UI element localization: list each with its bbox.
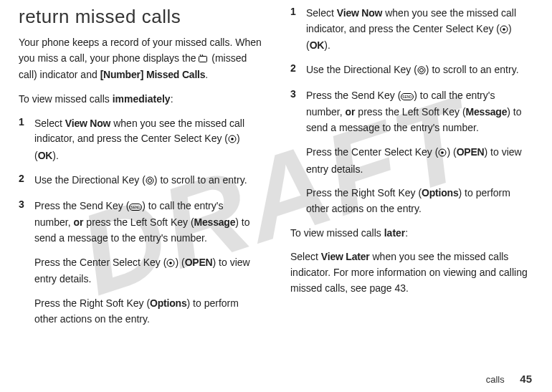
- options-label: Options: [422, 187, 458, 199]
- svg-point-11: [418, 67, 425, 74]
- t: Select: [290, 251, 321, 262]
- footer-section: calls: [486, 374, 505, 385]
- svg-text:SEND: SEND: [130, 205, 141, 209]
- page-number: 45: [520, 373, 532, 385]
- t: ) to scroll to an entry.: [426, 64, 519, 75]
- svg-rect-0: [199, 56, 207, 62]
- options-detail: Press the Right Soft Key (Options) to pe…: [306, 186, 533, 216]
- open-detail: Press the Center Select Key () (OPEN) to…: [34, 255, 262, 287]
- step-body: Press the Send Key (SEND) to call the en…: [34, 199, 262, 247]
- view-now-label: View Now: [337, 7, 383, 19]
- step-body: Use the Directional Key () to scroll to …: [306, 62, 519, 80]
- step-body: Press the Send Key (SEND) to call the en…: [306, 88, 533, 136]
- svg-text:SEND: SEND: [402, 95, 412, 99]
- t: ) to scroll to an entry.: [154, 174, 247, 186]
- send-key-icon: SEND: [401, 90, 414, 105]
- svg-point-8: [170, 262, 173, 264]
- t: ) (: [447, 146, 456, 158]
- step-3: 3 Press the Send Key (SEND) to call the …: [290, 88, 533, 136]
- view-immediately-suffix: :: [171, 93, 173, 105]
- ok-label: OK: [38, 150, 53, 161]
- step-2: 2 Use the Directional Key () to scroll t…: [290, 62, 533, 80]
- page-title: return missed calls: [19, 6, 262, 28]
- later-bold: later: [384, 227, 406, 239]
- left-column: return missed calls Your phone keeps a r…: [19, 6, 276, 365]
- step-number: 3: [290, 88, 306, 136]
- view-later-line: To view missed calls later:: [290, 226, 533, 242]
- step-number: 2: [19, 173, 34, 190]
- intro-bold-label: [Number] Missed Calls: [100, 69, 206, 80]
- view-later-label: View Later: [321, 251, 370, 262]
- t: Use the Directional Key (: [306, 64, 417, 75]
- open-label: OPEN: [185, 257, 213, 268]
- view-immediately-bold: immediately: [113, 93, 171, 105]
- step-1: 1 Select View Now when you see the misse…: [290, 6, 533, 54]
- t: Press the Send Key (: [306, 90, 401, 101]
- svg-point-4: [148, 178, 151, 182]
- t: Press the Right Soft Key (: [306, 187, 422, 199]
- intro-paragraph: Your phone keeps a record of your missed…: [19, 35, 262, 83]
- step-body: Select View Now when you see the missed …: [306, 6, 533, 54]
- message-label: Message: [466, 106, 508, 118]
- later-prefix: To view missed calls: [290, 227, 384, 239]
- step-1: 1 Select View Now when you see the misse…: [19, 116, 262, 164]
- svg-point-10: [503, 28, 505, 31]
- intro-text-3: .: [205, 69, 208, 80]
- open-label: OPEN: [457, 146, 485, 158]
- or-label: or: [73, 216, 83, 228]
- center-select-icon: [228, 133, 237, 148]
- step-3: 3 Press the Send Key (SEND) to call the …: [19, 199, 262, 247]
- view-later-body: Select View Later when you see the misse…: [290, 249, 533, 296]
- t: Press the Center Select Key (: [34, 257, 166, 268]
- view-now-label: View Now: [65, 118, 111, 129]
- step-2: 2 Use the Directional Key () to scroll t…: [19, 173, 262, 190]
- center-select-icon: [166, 257, 175, 272]
- right-column: 1 Select View Now when you see the misse…: [276, 6, 533, 365]
- or-label: or: [345, 106, 355, 118]
- svg-point-2: [231, 138, 234, 141]
- view-immediately-line: To view missed calls immediately:: [19, 92, 262, 107]
- message-label: Message: [194, 216, 236, 228]
- open-detail: Press the Center Select Key () (OPEN) to…: [306, 145, 533, 177]
- t: press the Left Soft Key (: [83, 216, 194, 228]
- svg-point-16: [442, 151, 444, 154]
- t: Press the Send Key (: [34, 200, 129, 211]
- center-select-icon: [500, 23, 508, 39]
- step-number: 3: [19, 199, 34, 247]
- page-footer: calls 45: [486, 373, 532, 385]
- t: Use the Directional Key (: [34, 174, 146, 186]
- later-suffix: :: [405, 227, 408, 239]
- directional-key-icon: [146, 174, 154, 190]
- step-number: 2: [290, 62, 306, 80]
- directional-key-icon: [417, 64, 426, 80]
- t: ).: [324, 39, 330, 51]
- options-label: Options: [150, 297, 186, 309]
- missed-call-icon: [199, 52, 209, 68]
- view-immediately-prefix: To view missed calls: [19, 93, 113, 105]
- t: press the Left Soft Key (: [355, 106, 465, 118]
- center-select-icon: [438, 146, 447, 162]
- t: ) (: [175, 257, 184, 268]
- ok-label: OK: [310, 39, 325, 51]
- step-number: 1: [19, 116, 34, 164]
- t: ).: [52, 150, 59, 161]
- t: Select: [306, 7, 337, 19]
- t: Select: [34, 118, 65, 129]
- page-content: return missed calls Your phone keeps a r…: [0, 0, 552, 365]
- svg-point-12: [419, 69, 423, 72]
- svg-point-3: [146, 177, 153, 184]
- send-key-icon: SEND: [129, 200, 142, 216]
- t: Press the Right Soft Key (: [34, 297, 150, 309]
- step-body: Use the Directional Key () to scroll to …: [34, 173, 247, 190]
- options-detail: Press the Right Soft Key (Options) to pe…: [34, 296, 262, 327]
- step-number: 1: [290, 6, 306, 54]
- step-body: Select View Now when you see the missed …: [34, 116, 262, 164]
- t: Press the Center Select Key (: [306, 146, 438, 158]
